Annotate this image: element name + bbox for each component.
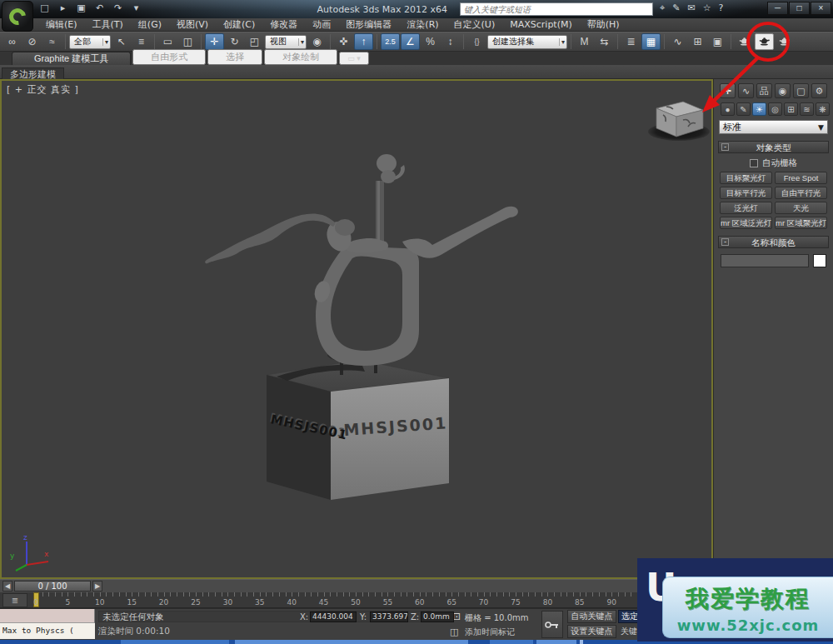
communication-icon[interactable]: ✉ [687,2,695,13]
search-input[interactable] [460,2,653,16]
help-icon[interactable]: ? [719,2,724,13]
light-type-button-5[interactable]: 天光 [775,202,827,214]
panel-tab-modify[interactable]: ∿ [738,83,754,98]
light-type-button-1[interactable]: Free Spot [775,172,827,184]
set-key-button[interactable]: 设置关键点 [567,625,616,638]
quick-access-icon-3[interactable]: ↶ [93,2,106,13]
favorites-star-icon[interactable]: ☆ [703,2,711,13]
viewport-label[interactable]: [ + 正交 真实 ] [7,83,79,96]
menu-item-2[interactable]: 组(G) [131,18,169,31]
light-type-button-3[interactable]: 自由平行光 [775,187,827,199]
rendered-frame-window-button[interactable]: ▣ [708,33,727,50]
maxscript-macro-pane[interactable] [0,609,95,623]
subcategory-shapes-icon[interactable]: ✎ [736,102,751,116]
auto-key-button[interactable]: 自动关键点 [567,610,616,623]
select-and-manipulate-button[interactable]: ✜ [334,33,353,50]
wrench-icon[interactable]: ✎ [672,2,680,13]
light-type-button-0[interactable]: 目标聚光灯 [720,172,772,184]
reference-coordinate-system-dropdown[interactable]: 视图▾ [265,35,307,49]
search-icon[interactable]: ⌖ [660,2,665,13]
schematic-view-button[interactable]: ⊞ [688,33,707,50]
close-button[interactable]: × [811,2,831,15]
subcategory-helpers-icon[interactable]: ⊞ [784,102,798,116]
ribbon-tab-0[interactable]: Graphite 建模工具 [12,52,131,65]
panel-tab-motion[interactable]: ◉ [775,83,791,98]
spinner-snap-toggle-button[interactable]: ↕ [441,33,460,50]
object-name-field[interactable] [721,254,809,267]
select-object-button[interactable]: ↖ [112,33,131,50]
panel-tab-utilities[interactable]: ⚙ [811,83,827,98]
light-category-dropdown[interactable]: 标准 ▼ [719,120,828,134]
subcategory-systems-icon[interactable]: ❋ [816,102,830,116]
selection-filter-dropdown[interactable]: 全部▾ [69,35,111,49]
light-type-button-4[interactable]: 泛光灯 [720,202,772,214]
snap-toggle-2-5d-button[interactable]: 2.5 [381,33,400,50]
time-slider-handle[interactable]: 0 / 100 [14,581,91,592]
bind-to-space-warp-button[interactable]: ≈ [42,33,62,50]
graphite-ribbon-toggle-button[interactable]: ▦ [641,33,661,50]
taskbar-window-2[interactable] [490,640,533,644]
angle-snap-toggle-button[interactable]: ∠ [401,33,420,50]
use-pivot-point-center-button[interactable]: ◉ [307,33,327,50]
time-tag-icon[interactable]: ◫ [450,627,458,637]
select-and-link-button[interactable]: ∞ [2,33,22,50]
align-button[interactable]: ⇆ [595,33,614,50]
select-and-scale-button[interactable]: ◰ [245,33,264,50]
quick-access-icon-5[interactable]: ▾ [130,2,142,13]
maxscript-listener[interactable]: Max to Physcs ( [0,623,95,639]
minimize-button[interactable]: ─ [767,2,788,15]
object-color-swatch[interactable] [813,254,826,267]
window-crossing-toggle-button[interactable]: ◫ [178,33,197,50]
curve-editor-button[interactable]: ∿ [668,33,687,50]
x-coordinate-field[interactable]: 44430.004 [310,612,357,622]
name-color-rollout-header[interactable]: - 名称和颜色 [718,236,829,248]
select-by-name-button[interactable]: ≡ [132,33,151,50]
menu-item-6[interactable]: 动画 [305,18,338,31]
previous-frame-button[interactable]: ◀ [2,581,12,592]
panel-tab-display[interactable]: ▢ [793,83,809,98]
quick-access-icon-1[interactable]: ▸ [57,2,69,13]
menu-item-3[interactable]: 视图(V) [169,18,216,31]
menu-item-11[interactable]: 帮助(H) [580,18,627,31]
named-selection-sets-dropdown[interactable]: 创建选择集▾ [487,35,567,49]
menu-item-0[interactable]: 编辑(E) [38,18,85,31]
add-time-tag-label[interactable]: 添加时间标记 [465,627,515,638]
3dsmax-logo[interactable] [2,1,33,32]
next-frame-button[interactable]: ▶ [92,581,102,592]
object-type-rollout-header[interactable]: - 对象类型 [718,141,829,153]
unlink-selection-button[interactable]: ⊘ [22,33,42,50]
taskbar-window-4[interactable] [580,640,583,644]
menu-item-1[interactable]: 工具(T) [85,18,131,31]
mirror-button[interactable]: M [575,33,594,50]
light-type-button-6[interactable]: mr 区域泛光灯 [720,217,772,229]
ribbon-tab-1[interactable]: 自由形式 [132,49,206,65]
subcategory-space-warps-icon[interactable]: ≋ [800,102,814,116]
menu-item-5[interactable]: 修改器 [262,18,305,31]
ribbon-tab-2[interactable]: 选择 [207,49,262,65]
render-iterative-button[interactable] [775,33,794,50]
subcategory-lights-icon[interactable]: ☀ [752,102,766,116]
edit-named-selection-sets-button[interactable]: {} [467,33,486,50]
menu-item-4[interactable]: 创建(C) [216,18,262,31]
select-and-move-button[interactable]: ✛ [205,33,224,50]
y-coordinate-field[interactable]: 3373.697m [370,612,408,622]
z-coordinate-field[interactable]: 0.0mm [421,612,454,622]
ribbon-overflow-icon[interactable]: ▭ ▾ [339,52,369,65]
panel-tab-create[interactable]: ✛ [720,83,736,98]
quick-access-icon-0[interactable]: □ [38,2,51,13]
taskbar-window-3[interactable] [536,640,576,644]
percent-snap-toggle-button[interactable]: % [421,33,440,50]
menu-item-8[interactable]: 渲染(R) [399,18,446,31]
render-production-button[interactable] [755,33,774,50]
layer-manager-button[interactable]: ≣ [621,33,641,50]
subcategory-geometry-icon[interactable]: ● [721,102,735,116]
menu-item-7[interactable]: 图形编辑器 [338,18,399,31]
keyboard-shortcut-override-button[interactable]: ↑ [354,33,373,50]
menu-item-10[interactable]: MAXScript(M) [502,18,580,31]
mini-curve-editor-icon[interactable]: ≣ [2,593,27,607]
viewport[interactable]: [ + 正交 真实 ] MHSJS001 MHSJS001 MHSJS001 [0,79,713,579]
taskbar-window-0[interactable] [121,640,229,644]
light-type-button-2[interactable]: 目标平行光 [720,187,772,199]
quick-access-icon-2[interactable]: ▣ [75,2,87,13]
panel-tab-hierarchy[interactable]: 品 [756,83,772,98]
